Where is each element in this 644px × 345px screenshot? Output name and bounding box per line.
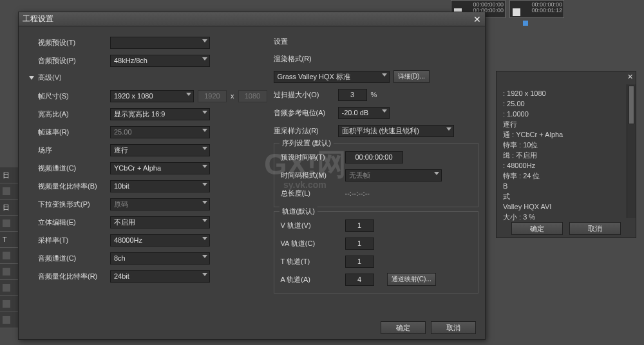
video-bitdepth-dropdown[interactable]: 10bit	[110, 180, 210, 192]
project-settings-dialog: 工程设置 ✕ 视频预设(T) 音频预设(P) 48kHz/8ch 高级(V) 帧…	[18, 12, 486, 340]
audio-channel-dropdown[interactable]: 8ch	[110, 252, 210, 265]
frame-size-dropdown[interactable]: 1920 x 1080	[110, 90, 194, 102]
audio-ref-dropdown[interactable]: -20.0 dB	[338, 107, 390, 119]
track-label: 日	[3, 171, 10, 180]
frame-height-input: 1080	[238, 90, 267, 102]
scrollbar[interactable]	[627, 84, 636, 218]
chevron-down-icon	[446, 127, 451, 131]
chevron-down-icon	[202, 39, 207, 42]
triangle-down-icon	[29, 76, 34, 80]
info-text: : 1920 x 1080 : 25.00 : 1.0000 逐行 通 : YC…	[497, 71, 636, 227]
track-header: 轨道(默认)	[279, 207, 317, 216]
chevron-down-icon	[186, 93, 191, 96]
framerate-label: 帧速率(R)	[38, 127, 110, 137]
audio-ref-label: 音频参考电位(A)	[274, 108, 338, 118]
video-bitdepth-label: 视频量化比特率(B)	[38, 182, 110, 191]
a-track-input[interactable]: 4	[345, 274, 374, 286]
chevron-down-icon	[202, 237, 207, 240]
aspect-label: 宽高比(A)	[38, 109, 110, 119]
ok-button[interactable]: 确定	[381, 321, 426, 334]
aspect-dropdown[interactable]: 显示宽高比 16:9	[110, 108, 210, 120]
channel-map-button[interactable]: 通道映射(C)...	[387, 273, 436, 286]
a-track-label: A 轨道(A)	[281, 275, 345, 284]
video-preset-dropdown[interactable]	[110, 37, 210, 49]
tc-mode-dropdown: 无丢帧	[345, 169, 442, 182]
dialog-titlebar[interactable]: 工程设置 ✕	[19, 12, 485, 26]
dialog-title: 工程设置	[23, 14, 53, 24]
settings-header: 设置	[274, 37, 479, 46]
total-length-label: 总长度(L)	[281, 189, 345, 198]
cancel-button[interactable]: 取消	[431, 321, 476, 334]
chevron-down-icon	[202, 147, 207, 150]
chevron-down-icon	[202, 129, 207, 132]
framerate-dropdown: 25.00	[110, 126, 210, 138]
clip-thumbnail[interactable]: 00:00:00:00 00:00:01:12	[509, 0, 564, 18]
mute-icon	[3, 284, 10, 292]
frame-size-label: 帧尺寸(S)	[38, 91, 110, 101]
v-track-input[interactable]: 1	[345, 219, 374, 232]
track-label: T	[3, 236, 7, 243]
chevron-down-icon	[202, 165, 207, 168]
audio-preset-dropdown[interactable]: 48kHz/8ch	[110, 55, 210, 67]
field-order-dropdown[interactable]: 逐行	[110, 144, 210, 156]
close-icon[interactable]: ✕	[627, 73, 633, 81]
chevron-down-icon	[202, 183, 207, 186]
sequence-header: 序列设置 (默认)	[279, 138, 334, 148]
tc-mode-label: 时间码模式(M)	[281, 171, 345, 180]
overscan-input[interactable]: 3	[338, 89, 367, 101]
mute-icon	[3, 316, 10, 324]
sequence-group: 序列设置 (默认) 预设时间码(T) 00:00:00:00 时间码模式(M) …	[274, 143, 479, 207]
chevron-down-icon	[382, 109, 387, 113]
chevron-down-icon	[202, 273, 207, 276]
pulldown-label: 下拉变换形式(P)	[38, 200, 110, 209]
preset-tc-input[interactable]: 00:00:00:00	[345, 151, 403, 163]
info-ok-button[interactable]: 确定	[511, 222, 563, 235]
stereo-dropdown[interactable]: 不启用	[110, 216, 210, 228]
video-channel-label: 视频通道(C)	[38, 163, 110, 173]
audio-channel-label: 音频通道(C)	[38, 254, 110, 263]
overscan-label: 过扫描大小(O)	[274, 90, 338, 100]
field-order-label: 场序	[38, 145, 110, 155]
samplerate-label: 采样率(T)	[38, 236, 110, 245]
frame-width-input: 1920	[198, 90, 227, 102]
video-channel-dropdown[interactable]: YCbCr + Alpha	[110, 162, 210, 174]
resample-label: 重采样方法(R)	[274, 126, 338, 136]
mute-icon	[3, 219, 10, 227]
selection-marker	[523, 21, 528, 26]
t-track-label: T 轨道(T)	[281, 257, 345, 266]
mute-icon	[3, 268, 10, 275]
detail-button[interactable]: 详细(D)...	[393, 70, 430, 83]
info-cancel-button[interactable]: 取消	[569, 222, 621, 235]
x-separator: x	[231, 92, 234, 100]
total-length-value: --:--:--:--	[345, 189, 370, 197]
audio-bitdepth-label: 音频量化比特率(R)	[38, 272, 110, 281]
advanced-toggle[interactable]: 高级(V)	[29, 73, 267, 82]
track-label: 日	[3, 203, 10, 212]
mute-icon	[3, 252, 10, 259]
t-track-input[interactable]: 1	[345, 256, 374, 268]
pulldown-dropdown: 原码	[110, 198, 210, 210]
mute-icon	[3, 187, 10, 195]
close-icon[interactable]: ✕	[473, 14, 481, 24]
scrollbar-thumb[interactable]	[629, 86, 634, 124]
stereo-label: 立体编辑(E)	[38, 218, 110, 227]
chevron-down-icon	[382, 73, 387, 77]
chevron-down-icon	[202, 219, 207, 222]
audio-bitdepth-dropdown[interactable]: 24bit	[110, 270, 210, 283]
overscan-unit: %	[371, 91, 377, 98]
chevron-down-icon	[202, 57, 207, 61]
clip-timecode: 00:00:01:12	[531, 7, 562, 14]
left-column: 视频预设(T) 音频预设(P) 48kHz/8ch 高级(V) 帧尺寸(S) 1…	[38, 34, 267, 294]
v-track-label: V 轨道(V)	[281, 221, 345, 230]
resample-dropdown[interactable]: 面积平均法 (快速且锐利)	[338, 125, 454, 137]
va-track-input[interactable]: 1	[345, 238, 374, 250]
chevron-down-icon	[202, 255, 207, 258]
right-column: 设置 渲染格式(R) Grass Valley HQX 标准 详细(D)... …	[274, 34, 479, 294]
info-panel: ✕ : 1920 x 1080 : 25.00 : 1.0000 逐行 通 : …	[496, 71, 636, 238]
chevron-down-icon	[434, 172, 439, 175]
render-format-dropdown[interactable]: Grass Valley HQX 标准	[274, 71, 390, 83]
dialog-footer: 确定 取消	[381, 321, 476, 334]
samplerate-dropdown[interactable]: 48000Hz	[110, 234, 210, 247]
clip-icon	[513, 8, 520, 16]
video-preset-label: 视频预设(T)	[38, 38, 110, 48]
